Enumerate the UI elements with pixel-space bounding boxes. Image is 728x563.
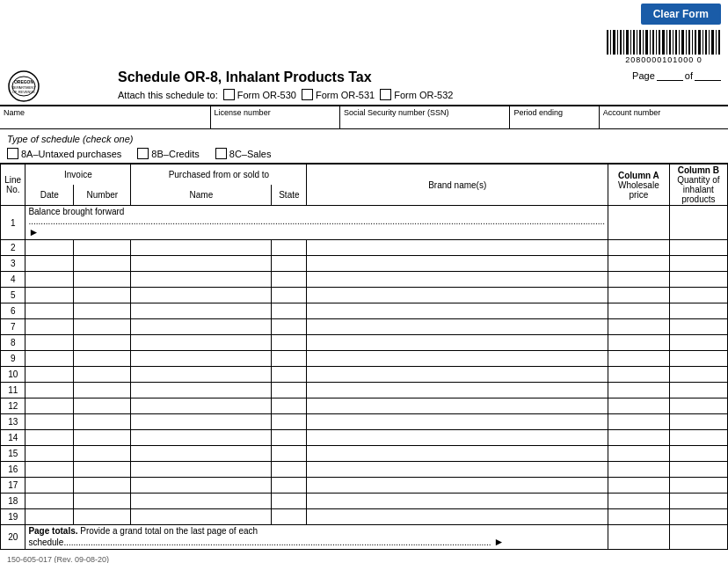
quantity-input[interactable]: [673, 401, 724, 411]
invoice-number-input[interactable]: [76, 306, 127, 316]
purchaser-name-input[interactable]: [134, 417, 268, 427]
purchaser-name-input[interactable]: [134, 480, 268, 490]
brand-cell[interactable]: [307, 272, 608, 288]
purchaser-name-input[interactable]: [134, 274, 268, 284]
state-cell[interactable]: [272, 335, 307, 351]
state-input[interactable]: [274, 512, 303, 522]
wholesale-price-input[interactable]: [611, 385, 666, 395]
name-cell[interactable]: [131, 398, 272, 414]
quantity-cell[interactable]: [669, 367, 727, 383]
brand-cell[interactable]: [307, 319, 608, 335]
form532-checkbox[interactable]: [380, 89, 391, 100]
quantity-input[interactable]: [673, 512, 724, 522]
quantity-cell[interactable]: [669, 509, 727, 525]
wholesale-price-cell[interactable]: [608, 288, 670, 303]
date-input[interactable]: [28, 385, 70, 395]
invoice-number-input[interactable]: [76, 338, 127, 347]
wholesale-price-input[interactable]: [611, 354, 666, 363]
quantity-input[interactable]: [673, 433, 724, 442]
license-input[interactable]: [215, 117, 336, 127]
wholesale-price-cell[interactable]: [608, 414, 670, 430]
name-cell[interactable]: [131, 240, 272, 256]
date-cell[interactable]: [25, 383, 74, 398]
invoice-number-input[interactable]: [76, 496, 127, 506]
name-cell[interactable]: [131, 430, 272, 446]
wholesale-price-input[interactable]: [611, 259, 666, 268]
invoice-number-cell[interactable]: [74, 240, 131, 256]
wholesale-price-cell[interactable]: [608, 335, 670, 351]
state-input[interactable]: [274, 259, 303, 268]
totals-col-b[interactable]: [669, 525, 727, 550]
name-cell[interactable]: [131, 335, 272, 351]
date-input[interactable]: [28, 259, 70, 268]
wholesale-price-cell[interactable]: [608, 383, 670, 398]
page-number-field[interactable]: [657, 69, 683, 81]
invoice-number-cell[interactable]: [74, 383, 131, 398]
brand-input[interactable]: [309, 322, 605, 332]
state-input[interactable]: [274, 464, 303, 474]
brand-input[interactable]: [309, 401, 605, 411]
state-input[interactable]: [274, 449, 303, 458]
invoice-number-input[interactable]: [76, 464, 127, 474]
wholesale-price-input[interactable]: [611, 274, 666, 284]
wholesale-price-cell[interactable]: [608, 367, 670, 383]
state-input[interactable]: [274, 433, 303, 442]
name-cell[interactable]: [131, 272, 272, 288]
state-input[interactable]: [274, 369, 303, 379]
brand-input[interactable]: [309, 243, 605, 252]
purchaser-name-input[interactable]: [134, 369, 268, 379]
state-cell[interactable]: [272, 367, 307, 383]
date-input[interactable]: [28, 274, 70, 284]
brand-cell[interactable]: [307, 383, 608, 398]
ssn-input[interactable]: [344, 117, 506, 127]
brand-cell[interactable]: [307, 509, 608, 525]
wholesale-price-input[interactable]: [611, 401, 666, 411]
state-cell[interactable]: [272, 414, 307, 430]
invoice-number-input[interactable]: [76, 401, 127, 411]
brand-input[interactable]: [309, 480, 605, 490]
date-input[interactable]: [28, 338, 70, 347]
brand-input[interactable]: [309, 369, 605, 379]
brand-input[interactable]: [309, 338, 605, 347]
quantity-cell[interactable]: [669, 414, 727, 430]
state-cell[interactable]: [272, 240, 307, 256]
wholesale-price-cell[interactable]: [608, 462, 670, 478]
date-cell[interactable]: [25, 494, 74, 509]
name-cell[interactable]: [131, 446, 272, 462]
date-input[interactable]: [28, 496, 70, 506]
wholesale-price-input[interactable]: [611, 496, 666, 506]
quantity-input[interactable]: [673, 385, 724, 395]
brand-cell[interactable]: [307, 367, 608, 383]
quantity-input[interactable]: [673, 417, 724, 427]
date-cell[interactable]: [25, 414, 74, 430]
quantity-cell[interactable]: [669, 256, 727, 272]
invoice-number-input[interactable]: [76, 385, 127, 395]
brand-input[interactable]: [309, 274, 605, 284]
date-cell[interactable]: [25, 319, 74, 335]
quantity-input[interactable]: [673, 496, 724, 506]
name-cell[interactable]: [131, 478, 272, 494]
date-input[interactable]: [28, 401, 70, 411]
quantity-input[interactable]: [673, 322, 724, 332]
brand-input[interactable]: [309, 290, 605, 300]
date-cell[interactable]: [25, 478, 74, 494]
wholesale-price-cell[interactable]: [608, 272, 670, 288]
brand-input[interactable]: [309, 464, 605, 474]
date-cell[interactable]: [25, 446, 74, 462]
form530-checkbox[interactable]: [223, 89, 235, 100]
date-input[interactable]: [28, 306, 70, 316]
name-cell[interactable]: [131, 494, 272, 509]
state-input[interactable]: [274, 243, 303, 252]
purchaser-name-input[interactable]: [134, 449, 268, 458]
date-input[interactable]: [28, 290, 70, 300]
date-input[interactable]: [28, 322, 70, 332]
col-b-input[interactable]: [673, 218, 724, 228]
date-input[interactable]: [28, 243, 70, 252]
wholesale-price-input[interactable]: [611, 369, 666, 379]
date-cell[interactable]: [25, 288, 74, 303]
state-cell[interactable]: [272, 383, 307, 398]
state-input[interactable]: [274, 385, 303, 395]
invoice-number-input[interactable]: [76, 243, 127, 252]
invoice-number-cell[interactable]: [74, 288, 131, 303]
wholesale-price-cell[interactable]: [608, 478, 670, 494]
